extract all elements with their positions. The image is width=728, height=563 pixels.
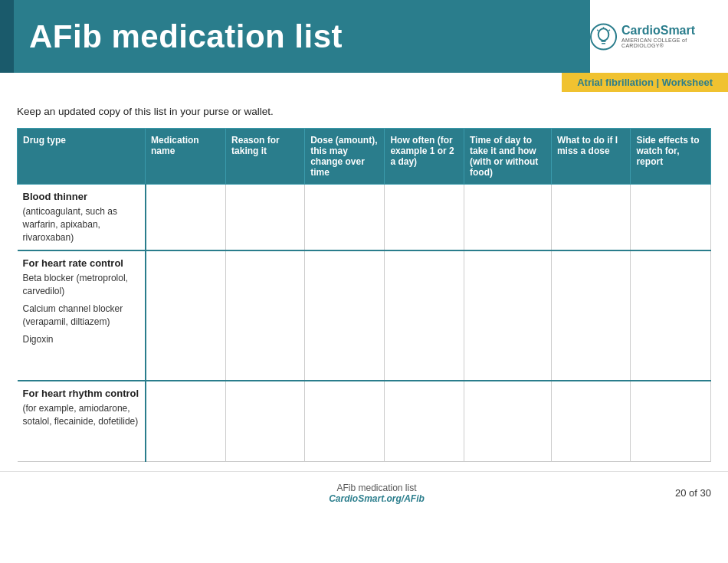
page: AFib medication list CardioSmart AMERICA…: [0, 0, 728, 563]
header-accent: [0, 0, 14, 73]
table-wrapper: Drug type Medication name Reason for tak…: [0, 128, 728, 462]
side-cell: [631, 185, 711, 251]
drug-type-subtitle: (for example, amiodarone, sotalol, fleca…: [23, 402, 139, 428]
med-name-cell: [146, 250, 226, 381]
drug-type-cell: Blood thinner (anticoagulant, such as wa…: [18, 185, 146, 251]
footer-title: AFib medication list: [78, 483, 675, 493]
svg-line-5: [597, 29, 598, 30]
footer-page: 20 of 30: [675, 487, 711, 499]
logo-text: CardioSmart AMERICAN COLLEGE of CARDIOLO…: [621, 24, 728, 49]
whatdo-cell: [551, 250, 631, 381]
howoften-cell: [385, 185, 464, 251]
subtitle-text: Keep an updated copy of this list in you…: [17, 106, 274, 117]
drug-type-title: Blood thinner: [23, 191, 139, 202]
footer-center: AFib medication list CardioSmart.org/AFi…: [78, 483, 675, 504]
col-header-drug-type: Drug type: [18, 129, 146, 185]
col-header-med-name: Medication name: [146, 129, 226, 185]
drug-type-title: For heart rhythm control: [23, 388, 139, 399]
reason-cell: [226, 250, 305, 381]
drug-type-subtitle: Beta blocker (metroprolol, carvedilol) C…: [23, 272, 139, 345]
table-row: Blood thinner (anticoagulant, such as wa…: [18, 185, 711, 251]
reason-cell: [226, 185, 305, 251]
col-header-reason: Reason for taking it: [226, 129, 305, 185]
drug-type-cell: For heart rate control Beta blocker (met…: [18, 250, 146, 381]
logo-acc: AMERICAN COLLEGE of CARDIOLOGY®: [621, 38, 728, 49]
table-header-row: Drug type Medication name Reason for tak…: [18, 129, 711, 185]
time-cell: [464, 381, 552, 461]
table-row: For heart rhythm control (for example, a…: [18, 381, 711, 461]
dose-cell: [305, 250, 385, 381]
svg-point-1: [598, 28, 609, 41]
med-name-cell: [146, 381, 226, 461]
col-header-howoften: How often (for example 1 or 2 a day): [385, 129, 464, 185]
subtitle-row: Keep an updated copy of this list in you…: [0, 92, 728, 128]
howoften-cell: [385, 250, 464, 381]
side-cell: [631, 381, 711, 461]
col-header-side: Side effects to watch for, report: [631, 129, 711, 185]
drug-type-cell: For heart rhythm control (for example, a…: [18, 381, 146, 461]
howoften-cell: [385, 381, 464, 461]
yellow-bar: Atrial fibrillation | Worksheet: [562, 73, 728, 92]
dose-cell: [305, 381, 385, 461]
col-header-dose: Dose (amount), this may change over time: [305, 129, 385, 185]
time-cell: [464, 250, 552, 381]
drug-type-subtitle: (anticoagulant, such as warfarin, apixab…: [23, 205, 139, 244]
side-cell: [631, 250, 711, 381]
time-cell: [464, 185, 552, 251]
header: AFib medication list CardioSmart AMERICA…: [0, 0, 728, 73]
logo: CardioSmart AMERICAN COLLEGE of CARDIOLO…: [590, 23, 728, 51]
header-title-area: AFib medication list: [14, 5, 590, 69]
col-header-whatdo: What to do if I miss a dose: [551, 129, 631, 185]
drug-type-title: For heart rate control: [23, 257, 139, 269]
whatdo-cell: [551, 185, 631, 251]
medication-table: Drug type Medication name Reason for tak…: [17, 128, 711, 462]
yellow-bar-row: Atrial fibrillation | Worksheet: [0, 73, 728, 92]
whatdo-cell: [551, 381, 631, 461]
svg-line-6: [608, 29, 609, 30]
page-title: AFib medication list: [29, 18, 343, 54]
cardiosmart-icon: [590, 23, 617, 51]
table-row: For heart rate control Beta blocker (met…: [18, 250, 711, 381]
reason-cell: [226, 381, 305, 461]
logo-cardio: CardioSmart: [621, 24, 728, 38]
col-header-time: Time of day to take it and how (with or …: [464, 129, 552, 185]
footer: AFib medication list CardioSmart.org/AFi…: [0, 471, 728, 515]
footer-url: CardioSmart.org/AFib: [78, 493, 675, 504]
med-name-cell: [146, 185, 226, 251]
logo-area: CardioSmart AMERICAN COLLEGE of CARDIOLO…: [590, 0, 728, 73]
dose-cell: [305, 185, 385, 251]
